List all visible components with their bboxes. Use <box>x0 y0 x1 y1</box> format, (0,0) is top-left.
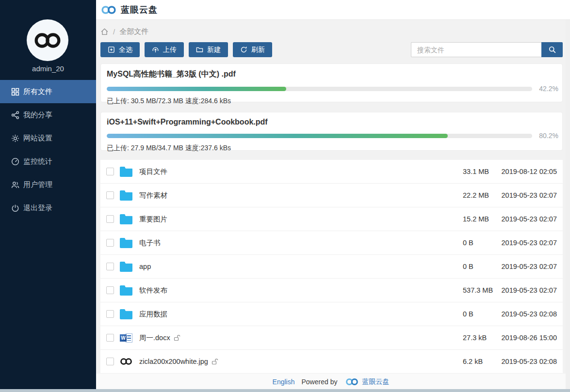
row-checkbox[interactable] <box>106 263 114 270</box>
folder-icon <box>120 263 132 272</box>
progress-track <box>107 134 532 138</box>
file-row[interactable]: W 写作素材 <box>100 184 563 207</box>
file-row[interactable]: W 电子书 <box>100 231 563 255</box>
file-name[interactable]: 软件发布 <box>139 286 463 295</box>
progress-bar: 80.2% <box>107 132 558 140</box>
file-name[interactable]: 周一.docx <box>139 333 463 343</box>
search-icon <box>548 46 556 54</box>
file-date: 2019-05-23 02:08 <box>501 310 557 318</box>
upload-card: MySQL高性能书籍_第3版 (中文) .pdf 42.2% 已上传: 30.5… <box>100 63 563 102</box>
users-icon <box>11 181 19 189</box>
footer-logo-icon <box>345 378 358 386</box>
sidebar-item-all-files[interactable]: 所有文件 <box>0 80 96 103</box>
folder-icon <box>120 216 132 224</box>
file-date: 2019-08-26 15:00 <box>501 334 557 342</box>
search-input[interactable] <box>411 42 541 57</box>
select-all-button[interactable]: 全选 <box>100 42 140 57</box>
gear-icon <box>11 134 19 142</box>
gauge-icon <box>11 157 19 166</box>
file-row[interactable]: W zicla200x200white.jpg <box>100 350 563 374</box>
select-all-label: 全选 <box>119 46 132 54</box>
upload-label: 上传 <box>163 46 177 54</box>
folder-icon <box>120 168 132 177</box>
create-label: 新建 <box>207 46 221 54</box>
progress-fill <box>107 87 286 91</box>
file-type-icon: W <box>120 166 132 177</box>
progress-track <box>107 87 532 91</box>
file-row[interactable]: W app <box>100 255 563 279</box>
file-name[interactable]: 项目文件 <box>139 167 463 176</box>
row-checkbox[interactable] <box>106 215 114 223</box>
file-size: 0 B <box>463 310 495 318</box>
row-checkbox[interactable] <box>106 286 114 294</box>
main-content: / 全部文件 全选 上传 新建 刷新 <box>96 20 566 389</box>
row-checkbox[interactable] <box>106 358 114 365</box>
username: admin_20 <box>0 64 96 73</box>
sidebar-item-label: 监控统计 <box>23 157 52 166</box>
file-type-icon: W <box>120 190 132 201</box>
sidebar-menu: 所有文件 <box>0 80 96 220</box>
footer: English Powered by 蓝眼云盘 <box>96 374 566 390</box>
file-date: 2019-05-23 02:08 <box>501 358 557 365</box>
file-name[interactable]: 应用数据 <box>139 310 463 319</box>
unlock-icon <box>212 358 218 365</box>
folder-icon <box>120 287 132 296</box>
plus-square-icon <box>108 46 115 53</box>
file-type-icon: W <box>120 237 132 248</box>
row-checkbox[interactable] <box>106 334 114 342</box>
file-row[interactable]: W 软件发布 <box>100 279 563 302</box>
breadcrumb-current: 全部文件 <box>119 27 148 36</box>
brand-link[interactable]: 蓝眼云盘 <box>362 377 389 386</box>
file-row[interactable]: W 应用数据 <box>100 302 563 326</box>
breadcrumb-separator: / <box>113 28 115 36</box>
share-icon <box>11 111 19 119</box>
file-name[interactable]: zicla200x200white.jpg <box>139 358 463 365</box>
file-size: 27.3 kB <box>463 334 495 342</box>
upload-cards: MySQL高性能书籍_第3版 (中文) .pdf 42.2% 已上传: 30.5… <box>100 63 563 151</box>
language-link[interactable]: English <box>273 378 295 386</box>
upload-button[interactable]: 上传 <box>145 42 184 57</box>
file-size: 537.3 MB <box>463 286 495 294</box>
folder-icon <box>120 192 132 201</box>
grid-icon <box>11 88 19 96</box>
file-date: 2019-05-23 02:07 <box>501 263 557 270</box>
file-name[interactable]: 电子书 <box>139 238 463 248</box>
row-checkbox[interactable] <box>106 310 114 318</box>
app-title: 蓝眼云盘 <box>121 4 158 16</box>
topbar: 蓝眼云盘 <box>96 0 570 20</box>
sidebar-item-site-settings[interactable]: 网站设置 <box>0 126 96 150</box>
breadcrumb: / 全部文件 <box>100 27 563 36</box>
create-button[interactable]: 新建 <box>189 42 228 57</box>
upload-icon <box>152 46 159 53</box>
file-row[interactable]: W 重要图片 <box>100 207 563 231</box>
file-size: 0 B <box>463 263 495 270</box>
brand-logo-icon <box>101 5 116 15</box>
file-name[interactable]: 重要图片 <box>139 215 463 224</box>
sidebar-item-label: 用户管理 <box>23 180 52 189</box>
file-row[interactable]: W 周一.docx <box>100 326 563 350</box>
upload-card: iOS+11+Swift+Programming+Cookbook.pdf 80… <box>100 112 563 151</box>
progress-bar: 42.2% <box>107 85 558 93</box>
vertical-scrollbar[interactable] <box>566 20 570 389</box>
sidebar-item-logout[interactable]: 退出登录 <box>0 196 96 220</box>
sidebar-item-monitor-stats[interactable]: 监控统计 <box>0 150 96 173</box>
refresh-button[interactable]: 刷新 <box>233 42 272 57</box>
file-row[interactable]: W 项目文件 <box>100 160 563 184</box>
file-name[interactable]: app <box>139 263 463 270</box>
file-size: 15.2 MB <box>463 215 495 223</box>
row-checkbox[interactable] <box>106 239 114 247</box>
row-checkbox[interactable] <box>106 191 114 199</box>
progress-percent: 42.2% <box>536 85 558 93</box>
file-name[interactable]: 写作素材 <box>139 191 463 200</box>
folder-outline-icon <box>196 46 203 53</box>
search-button[interactable] <box>541 42 563 57</box>
file-list: W 项目文件 <box>100 160 563 374</box>
sidebar-item-label: 我的分享 <box>23 110 52 120</box>
sidebar-item-my-shares[interactable]: 我的分享 <box>0 103 96 126</box>
powered-by-label: Powered by <box>301 378 337 386</box>
home-icon[interactable] <box>100 28 109 36</box>
row-checkbox[interactable] <box>106 168 114 175</box>
sidebar-item-user-management[interactable]: 用户管理 <box>0 173 96 196</box>
sidebar-item-label: 网站设置 <box>23 134 52 143</box>
sidebar-item-label: 退出登录 <box>23 204 52 213</box>
